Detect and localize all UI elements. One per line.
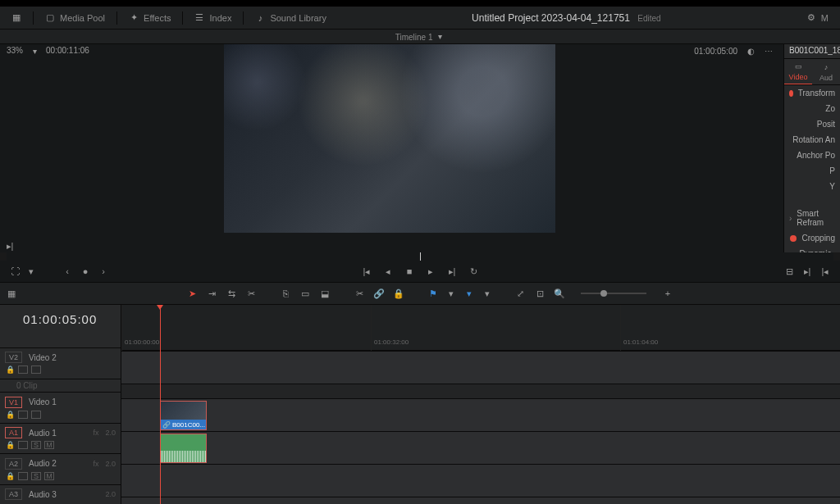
media-pool-button[interactable]: ▢Media Pool — [37, 10, 113, 26]
stop-icon[interactable]: ■ — [404, 266, 414, 276]
link-icon[interactable]: 🔗 — [374, 288, 384, 298]
playhead[interactable] — [160, 305, 161, 504]
flag-icon[interactable]: ⚑ — [428, 288, 438, 298]
track-row-v2b[interactable] — [121, 384, 840, 398]
lock-icon[interactable]: 🔒 — [5, 410, 15, 420]
zoom-custom-icon[interactable]: 🔍 — [555, 288, 564, 298]
zoom-detail-icon[interactable]: ⊡ — [535, 288, 545, 298]
marker-icon[interactable]: ▾ — [464, 288, 474, 298]
audio-clip[interactable] — [160, 434, 207, 463]
track-row-v1[interactable]: 🔗B001C00... — [121, 398, 840, 431]
track-head-a2[interactable]: A2Audio 2fx2.0 🔒SM — [0, 453, 121, 484]
razor-icon[interactable]: ✂ — [354, 288, 364, 298]
track-head-a3[interactable]: A3Audio 32.0 — [0, 484, 121, 504]
selection-tool-icon[interactable]: ➤ — [187, 288, 197, 298]
chevron-down-icon[interactable]: ▾ — [28, 266, 34, 276]
auto-select-icon[interactable] — [18, 441, 28, 449]
chevron-down-icon[interactable]: ▾ — [484, 288, 491, 298]
next-clip-icon[interactable]: ▸| — [802, 266, 812, 276]
effects-button[interactable]: ✦Effects — [121, 10, 179, 26]
track-tag[interactable]: A2 — [5, 458, 22, 470]
prev-clip-icon[interactable]: |◂ — [820, 266, 830, 276]
timeline-tracks[interactable]: 01:00:00:00 01:00:32:00 01:01:04:00 🔗B00… — [121, 305, 840, 504]
play-icon[interactable]: ▸ — [426, 266, 436, 276]
workspace-toggle-button[interactable]: ▦ — [3, 10, 30, 26]
inspector-rotation[interactable]: Rotation An — [784, 132, 840, 148]
solo-button[interactable]: S — [31, 441, 41, 449]
dynamic-trim-icon[interactable]: ⇆ — [226, 288, 236, 298]
track-tag[interactable]: V2 — [5, 352, 22, 363]
track-head-v1[interactable]: V1Video 1 🔒 — [0, 392, 121, 423]
lock-icon[interactable]: 🔒 — [5, 471, 15, 481]
track-head-a1[interactable]: A1Audio 1fx2.0 🔒SM — [0, 423, 121, 454]
inspector-tab-video[interactable]: ▭Video — [784, 59, 812, 84]
index-button[interactable]: ☰Index — [186, 10, 240, 26]
inspector-smart-reframe[interactable]: ›Smart Refram — [784, 206, 840, 230]
track-head-v2[interactable]: V2Video 2 🔒 — [0, 347, 121, 379]
track-enable-icon[interactable] — [31, 366, 41, 374]
viewer-scrubber[interactable] — [7, 252, 833, 261]
record-timecode[interactable]: 01:00:05:00 — [694, 47, 737, 56]
inspector-tab-audio[interactable]: ♪Aud — [812, 59, 840, 84]
track-tag[interactable]: A1 — [5, 427, 22, 438]
nav-dot-icon[interactable]: ● — [80, 266, 90, 276]
solo-button[interactable]: S — [31, 472, 41, 480]
timeline-timecode[interactable]: 01:00:05:00 — [0, 305, 121, 334]
track-enable-icon[interactable] — [31, 411, 41, 419]
chevron-down-icon[interactable]: ▾ — [435, 32, 445, 42]
lock-icon[interactable]: 🔒 — [5, 365, 15, 375]
auto-select-icon[interactable] — [18, 411, 28, 419]
inspector-yaw[interactable]: Y — [784, 179, 840, 194]
zoom-fit-icon[interactable]: ⤢ — [515, 288, 525, 298]
replace-icon[interactable]: ⬓ — [320, 288, 330, 298]
go-start-icon[interactable]: |◂ — [362, 266, 372, 276]
track-tag[interactable]: A3 — [5, 488, 22, 500]
step-back-icon[interactable]: ◂ — [383, 266, 393, 276]
timeline-ruler[interactable]: 01:00:00:00 01:00:32:00 01:01:04:00 — [121, 336, 840, 351]
inspector-cropping[interactable]: Cropping — [784, 230, 840, 246]
track-row-a3[interactable] — [121, 497, 840, 504]
trim-tool-icon[interactable]: ⇥ — [207, 288, 217, 298]
jump-end-icon[interactable]: ▸| — [5, 241, 15, 251]
auto-select-icon[interactable] — [18, 366, 28, 374]
overwrite-icon[interactable]: ▭ — [300, 288, 310, 298]
sound-library-button[interactable]: ♪Sound Library — [247, 10, 335, 26]
zoom-in-icon[interactable]: + — [663, 288, 673, 298]
toggle-dot-icon[interactable] — [789, 90, 793, 97]
source-timecode[interactable]: 00:00:11:06 — [46, 46, 89, 56]
lock-icon[interactable]: 🔒 — [394, 288, 404, 298]
inspector-zoom[interactable]: Zo — [784, 101, 840, 116]
match-frame-icon[interactable]: ⊟ — [784, 266, 794, 276]
mixer-button[interactable]: ⚙M — [798, 10, 837, 26]
nav-next-icon[interactable]: › — [98, 266, 108, 276]
track-row-a2[interactable] — [121, 464, 840, 497]
inspector-dynamic-zoom[interactable]: Dynamic Zo — [784, 246, 840, 252]
bypass-icon[interactable]: ◐ — [746, 46, 756, 56]
insert-icon[interactable]: ⎘ — [281, 288, 290, 298]
timeline-name[interactable]: Timeline 1 — [395, 32, 433, 41]
transform-overlay-icon[interactable]: ⛶ — [10, 266, 20, 276]
track-tag[interactable]: V1 — [5, 397, 22, 408]
blade-tool-icon[interactable]: ✂ — [246, 288, 256, 298]
mute-button[interactable]: M — [44, 441, 54, 449]
toggle-dot-icon[interactable] — [790, 235, 797, 242]
inspector-anchor[interactable]: Anchor Po — [784, 148, 840, 163]
inspector-pitch[interactable]: P — [784, 163, 840, 179]
lock-icon[interactable]: 🔒 — [5, 440, 15, 450]
mute-button[interactable]: M — [44, 472, 54, 480]
inspector-transform[interactable]: Transform — [784, 85, 840, 101]
track-row-a1[interactable] — [121, 431, 840, 464]
go-end-icon[interactable]: ▸| — [447, 266, 457, 276]
auto-select-icon[interactable] — [18, 472, 28, 480]
inspector-position[interactable]: Posit — [784, 116, 840, 132]
nav-prev-icon[interactable]: ‹ — [62, 266, 72, 276]
loop-icon[interactable]: ↻ — [468, 266, 478, 276]
preview-monitor[interactable] — [224, 44, 555, 233]
track-row-v2[interactable] — [121, 351, 840, 384]
options-icon[interactable]: ⋯ — [764, 46, 774, 56]
chevron-down-icon[interactable]: ▾ — [31, 46, 38, 56]
chevron-down-icon[interactable]: ▾ — [448, 288, 454, 298]
timeline-view-icon[interactable]: ▦ — [7, 288, 16, 298]
video-clip[interactable]: 🔗B001C00... — [160, 401, 207, 430]
menubar[interactable] — [0, 0, 840, 7]
